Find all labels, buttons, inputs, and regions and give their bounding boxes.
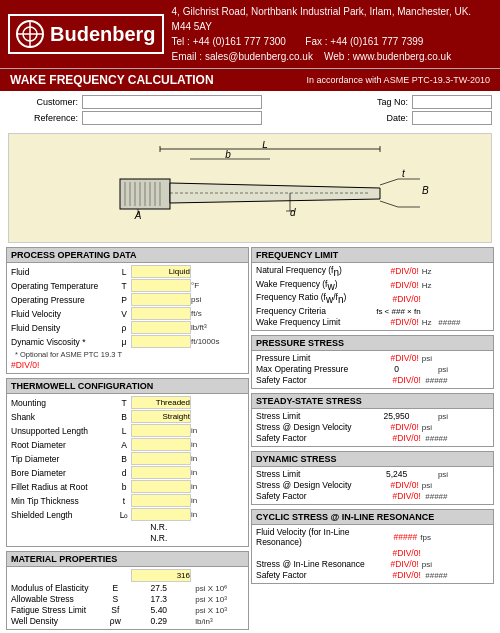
svg-line-21 <box>380 179 398 185</box>
reference-input[interactable] <box>82 111 262 125</box>
material-section: MATERIAL PROPERTIES Modulus of Elasticit… <box>6 551 249 630</box>
dynamic-sf-hash: ##### <box>421 492 489 501</box>
customer-input[interactable] <box>82 95 262 109</box>
press-sf-hash: ##### <box>421 376 489 385</box>
fatigue-label: Fatigue Stress Limit <box>11 605 108 615</box>
well-density-label: Well Density <box>11 616 108 626</box>
process-error-row: #DIV/0! <box>11 360 244 370</box>
tag-no-input[interactable] <box>412 95 492 109</box>
density-sym: ρ <box>117 323 131 333</box>
pressure-sym: P <box>117 295 131 305</box>
fluid-row: Fluid L <box>11 265 244 278</box>
cyclic-sf-hash: ##### <box>421 571 489 580</box>
root-diam-label: Root Diameter <box>11 440 117 450</box>
svg-text:B: B <box>422 185 429 196</box>
nr-val-2: N.R. <box>122 533 195 543</box>
fatigue-unit: psi X 10³ <box>195 606 244 615</box>
cyclic-body: Fluid Velocity (for In-Line Resonance) #… <box>252 525 493 583</box>
dynamic-design-val: #DIV/0! <box>390 480 418 490</box>
header-contact: 4, Gilchrist Road, Northbank Industrial … <box>172 4 492 64</box>
thermowell-title: THERMOWELL CONFIGURATION <box>7 379 248 394</box>
steady-body: Stress Limit 25,950 psi Stress @ Design … <box>252 409 493 446</box>
density-input[interactable] <box>131 321 191 334</box>
material-type-input[interactable] <box>131 569 191 582</box>
steady-limit-row: Stress Limit 25,950 psi <box>256 411 489 421</box>
steady-design-unit: psi <box>422 423 489 432</box>
allow-stress-label: Allowable Stress <box>11 594 108 604</box>
pressure-body: Pressure Limit #DIV/0! psi Max Operating… <box>252 351 493 388</box>
shank-label: Shank <box>11 412 117 422</box>
temp-sym: T <box>117 281 131 291</box>
velocity-input[interactable] <box>131 307 191 320</box>
customer-section: Customer: Tag No: Reference: Date: <box>0 91 500 131</box>
allow-stress-val: 17.3 <box>122 594 195 604</box>
wake-freq-limit-val: #DIV/0! <box>390 317 418 327</box>
steady-limit-unit: psi <box>438 412 489 421</box>
asme-standard: In accordance with ASME PTC-19.3-TW-2010 <box>307 75 490 85</box>
fluid-vel-inline-row: Fluid Velocity (for In-Line Resonance) #… <box>256 527 489 547</box>
main-grid: PROCESS OPERATING DATA Fluid L Operating… <box>0 245 500 633</box>
velocity-unit: ft/s <box>191 309 244 318</box>
fax: Fax : +44 (0)161 777 7399 <box>305 36 423 47</box>
address: 4, Gilchrist Road, Northbank Industrial … <box>172 4 492 34</box>
material-type-row <box>11 569 244 582</box>
steady-title: STEADY-STATE STRESS <box>252 394 493 409</box>
fillet-row: Fillet Radius at Root b in <box>11 480 244 493</box>
press-limit-row: Pressure Limit #DIV/0! psi <box>256 353 489 363</box>
nr-val-1: N.R. <box>122 522 195 532</box>
process-note: * Optional for ASME PTC 19.3 T <box>11 349 244 360</box>
pressure-input[interactable] <box>131 293 191 306</box>
mounting-label: Mounting <box>11 398 117 408</box>
fatigue-row: Fatigue Stress Limit Sf 5.40 psi X 10³ <box>11 605 244 615</box>
nat-freq-val: #DIV/0! <box>390 266 418 276</box>
bore-diam-input[interactable] <box>131 466 191 479</box>
viscosity-input[interactable] <box>131 335 191 348</box>
tip-diam-input[interactable] <box>131 452 191 465</box>
wake-freq-limit-unit: Hz ##### <box>422 318 489 327</box>
max-press-val: 0 <box>358 364 435 374</box>
mounting-input[interactable] <box>131 396 191 409</box>
tip-thick-input[interactable] <box>131 494 191 507</box>
customer-row: Customer: Tag No: <box>8 95 492 109</box>
frequency-body: Natural Frequency (fn) #DIV/0! Hz Wake F… <box>252 263 493 330</box>
temp-unit: °F <box>191 281 244 290</box>
temp-input[interactable] <box>131 279 191 292</box>
shank-input[interactable] <box>131 410 191 423</box>
steady-sf-val: #DIV/0! <box>392 433 420 443</box>
cyclic-title: CYCLIC STRESS @ IN-LINE RESONANCE <box>252 510 493 525</box>
fluid-input[interactable] <box>131 265 191 278</box>
steady-design-val: #DIV/0! <box>390 422 418 432</box>
date-input[interactable] <box>412 111 492 125</box>
freq-ratio-label: Frequency Ratio (fw/fn) <box>256 292 392 305</box>
diagram-area: L b t B A d <box>8 133 492 243</box>
root-diam-input[interactable] <box>131 438 191 451</box>
fluid-vel-inline-unit: fps <box>420 533 489 542</box>
title-bar: WAKE FREQUENCY CALCULATION In accordance… <box>0 68 500 91</box>
velocity-sym: V <box>117 309 131 319</box>
dynamic-design-row: Stress @ Design Velocity #DIV/0! psi <box>256 480 489 490</box>
thermowell-body: Mounting T Shank B Unsupported Length L <box>7 394 248 546</box>
root-diam-sym: A <box>117 440 131 450</box>
logo-box: Budenberg <box>8 14 164 54</box>
process-section: PROCESS OPERATING DATA Fluid L Operating… <box>6 247 249 374</box>
temp-label: Operating Temperature <box>11 281 117 291</box>
unsp-length-input[interactable] <box>131 424 191 437</box>
freq-ratio-row: Frequency Ratio (fw/fn) #DIV/0! <box>256 292 489 305</box>
press-limit-label: Pressure Limit <box>256 353 390 363</box>
pressure-section: PRESSURE STRESS Pressure Limit #DIV/0! p… <box>251 335 494 389</box>
nat-freq-row: Natural Frequency (fn) #DIV/0! Hz <box>256 265 489 278</box>
shank-row: Shank B <box>11 410 244 423</box>
fillet-input[interactable] <box>131 480 191 493</box>
thermowell-diagram: L b t B A d <box>60 141 440 236</box>
header: Budenberg 4, Gilchrist Road, Northbank I… <box>0 0 500 68</box>
shield-len-input[interactable] <box>131 508 191 521</box>
tip-diam-sym: B <box>117 454 131 464</box>
tip-thick-label: Min Tip Thickness <box>11 496 117 506</box>
press-sf-val: #DIV/0! <box>392 375 420 385</box>
modulus-sym: E <box>108 583 122 593</box>
dynamic-limit-row: Stress Limit 5,245 psi <box>256 469 489 479</box>
allow-stress-row: Allowable Stress S 17.3 psi X 10³ <box>11 594 244 604</box>
freq-criteria-label: Frequency Criteria <box>256 306 360 316</box>
temp-row: Operating Temperature T °F <box>11 279 244 292</box>
fluid-label: Fluid <box>11 267 117 277</box>
